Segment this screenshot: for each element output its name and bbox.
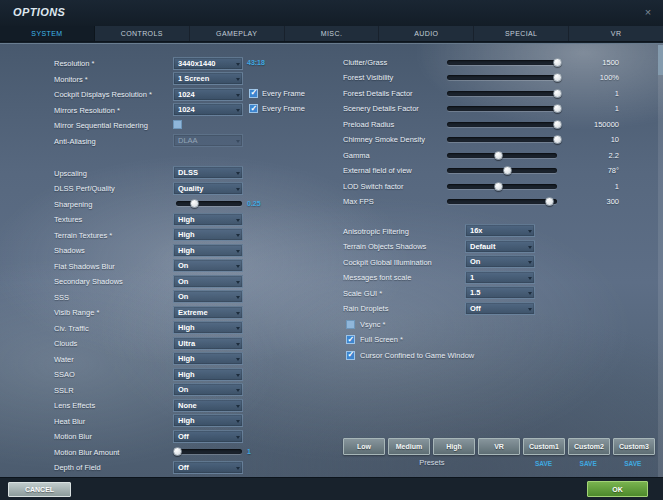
ok-button[interactable]: OK	[587, 481, 648, 497]
scrollbar-thumb[interactable]	[658, 45, 663, 75]
slider-gamma[interactable]	[447, 149, 557, 162]
setting-control: Ultra	[173, 337, 243, 350]
dropdown-clouds[interactable]: Ultra	[173, 337, 243, 350]
close-icon[interactable]: ×	[641, 5, 655, 19]
slider-max-fps[interactable]	[447, 195, 557, 208]
chevron-down-icon	[236, 234, 240, 237]
setting-label: Clutter/Grass	[343, 58, 387, 67]
dropdown-shadows[interactable]: High	[173, 244, 243, 257]
save-link-custom3[interactable]: SAVE	[624, 460, 641, 467]
dropdown-upscaling[interactable]: DLSS	[173, 166, 243, 179]
checkbox-full-screen[interactable]	[346, 335, 355, 344]
tab-gameplay[interactable]: GAMEPLAY	[190, 26, 285, 41]
dropdown-resolution[interactable]: 3440x1440	[173, 57, 243, 70]
dropdown-anisotropic-filtering[interactable]: 16x	[465, 224, 535, 237]
settings-row: Cockpit Displays Resolution *1024Every F…	[0, 87, 343, 103]
settings-row: Resolution *3440x144043:18	[0, 56, 343, 72]
scrollbar[interactable]	[658, 45, 663, 477]
settings-row: Gamma2.2	[343, 147, 633, 163]
dropdown-water[interactable]: High	[173, 352, 243, 365]
footer-bar: CANCEL OK	[0, 477, 663, 500]
save-link-custom2[interactable]: SAVE	[580, 460, 597, 467]
dropdown-messages-font-scale[interactable]: 1	[465, 271, 535, 284]
slider-thumb[interactable]	[173, 447, 182, 456]
dropdown-monitors[interactable]: 1 Screen	[173, 72, 243, 85]
slider-thumb[interactable]	[190, 199, 199, 208]
chevron-down-icon	[528, 230, 532, 233]
dropdown-depth-of-field[interactable]: Off	[173, 461, 243, 474]
slider-thumb[interactable]	[494, 182, 503, 191]
settings-row: SSAOHigh	[0, 367, 343, 383]
setting-label: SSAO	[54, 370, 75, 379]
preset-button-medium[interactable]: Medium	[388, 438, 430, 455]
chevron-down-icon	[236, 140, 240, 143]
slider-forest-details-factor[interactable]	[447, 87, 557, 100]
slider-sharpening[interactable]	[176, 197, 242, 210]
slider-value: 1500	[557, 58, 619, 67]
dropdown-rain-droplets[interactable]: Off	[465, 302, 535, 315]
dropdown-terrain-textures[interactable]: High	[173, 228, 243, 241]
dropdown-flat-shadows-blur[interactable]: On	[173, 259, 243, 272]
preset-button-custom3[interactable]: Custom3	[613, 438, 655, 455]
preset-button-vr[interactable]: VR	[478, 438, 520, 455]
dropdown-value: 16x	[470, 225, 483, 237]
right-slider-group: Clutter/Grass1500Forest Visibility100%Fo…	[343, 54, 633, 209]
dropdown-value: Quality	[178, 183, 203, 195]
slider-thumb[interactable]	[545, 197, 554, 206]
slider-forest-visibility[interactable]	[447, 71, 557, 84]
dropdown-terrain-objects-shadows[interactable]: Default	[465, 240, 535, 253]
slider-thumb[interactable]	[503, 166, 512, 175]
dropdown-sss[interactable]: On	[173, 290, 243, 303]
setting-label: Textures	[54, 215, 82, 224]
dropdown-cockpit-displays-resolution[interactable]: 1024	[173, 88, 243, 101]
setting-label: Visib Range *	[54, 308, 99, 317]
setting-control: High	[173, 368, 243, 381]
dropdown-civ-traffic[interactable]: High	[173, 321, 243, 334]
dropdown-sslr[interactable]: On	[173, 383, 243, 396]
slider-lod-switch-factor[interactable]	[447, 180, 557, 193]
dropdown-ssao[interactable]: High	[173, 368, 243, 381]
slider-motion-blur-amount[interactable]	[176, 445, 242, 458]
checkbox-mirror-sequential-rendering[interactable]	[173, 120, 182, 129]
tab-audio[interactable]: AUDIO	[379, 26, 474, 41]
dropdown-lens-effects[interactable]: None	[173, 399, 243, 412]
dropdown-mirrors-resolution[interactable]: 1024	[173, 103, 243, 116]
settings-row: Forest Details Factor1	[343, 85, 633, 101]
dropdown-motion-blur[interactable]: Off	[173, 430, 243, 443]
preset-button-high[interactable]: High	[433, 438, 475, 455]
slider-chimney-smoke-density[interactable]	[447, 133, 557, 146]
checkbox-cursor-confined-to-game-window[interactable]	[346, 351, 355, 360]
preset-button-low[interactable]: Low	[343, 438, 385, 455]
slider-scenery-details-factor[interactable]	[447, 102, 557, 115]
presets-caption: Presets	[343, 458, 521, 467]
dropdown-cockpit-global-illumination[interactable]: On	[465, 255, 535, 268]
tab-special[interactable]: SPECIAL	[474, 26, 569, 41]
preset-button-custom2[interactable]: Custom2	[568, 438, 610, 455]
dropdown-secondary-shadows[interactable]: On	[173, 275, 243, 288]
setting-label: Anisotropic Filtering	[343, 227, 409, 236]
dropdown-scale-gui[interactable]: 1.5	[465, 286, 535, 299]
dropdown-heat-blur[interactable]: High	[173, 414, 243, 427]
setting-control: High	[173, 244, 243, 257]
setting-label: Secondary Shadows	[54, 277, 123, 286]
checkbox-every-frame[interactable]	[249, 89, 258, 98]
tab-system[interactable]: SYSTEM	[0, 26, 95, 41]
slider-external-field-of-view[interactable]	[447, 164, 557, 177]
slider-preload-radius[interactable]	[447, 118, 557, 131]
tab-vr[interactable]: VR	[569, 26, 663, 41]
checkbox-label: Full Screen *	[360, 335, 403, 344]
save-link-custom1[interactable]: SAVE	[535, 460, 552, 467]
dropdown-dlss-perf-quality[interactable]: Quality	[173, 182, 243, 195]
slider-clutter-grass[interactable]	[447, 56, 557, 69]
slider-thumb[interactable]	[494, 151, 503, 160]
checkbox-vsync[interactable]	[346, 320, 355, 329]
cancel-button[interactable]: CANCEL	[8, 482, 71, 497]
preset-button-custom1[interactable]: Custom1	[523, 438, 565, 455]
dropdown-textures[interactable]: High	[173, 213, 243, 226]
tab-controls[interactable]: CONTROLS	[95, 26, 190, 41]
checkbox-every-frame[interactable]	[249, 104, 258, 113]
dropdown-value: On	[178, 291, 188, 303]
dropdown-anti-aliasing[interactable]: DLAA	[173, 134, 243, 147]
tab-misc[interactable]: MISC.	[285, 26, 380, 41]
dropdown-visib-range[interactable]: Extreme	[173, 306, 243, 319]
